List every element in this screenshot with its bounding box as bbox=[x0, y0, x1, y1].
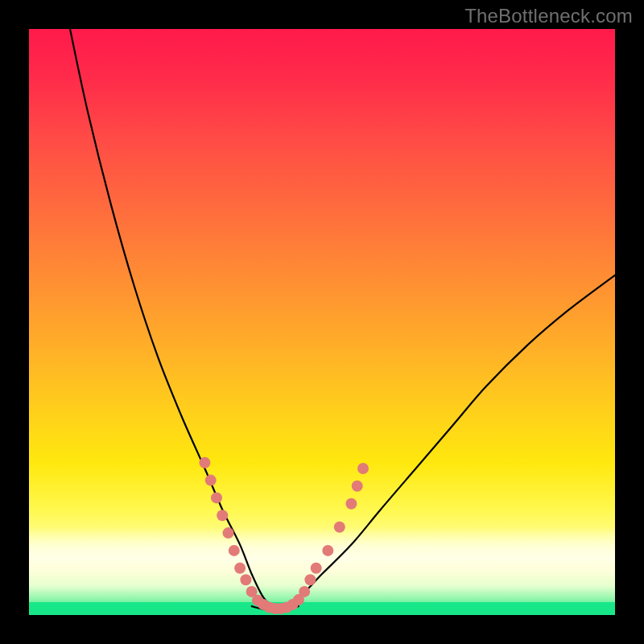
curve-curve-left bbox=[70, 29, 275, 609]
watermark-text: TheBottleneck.com bbox=[464, 5, 633, 27]
sample-dot bbox=[240, 574, 251, 585]
sample-dot bbox=[223, 527, 234, 539]
sample-dot bbox=[205, 475, 217, 486]
sample-dot bbox=[311, 563, 322, 574]
curve-layer bbox=[29, 29, 615, 615]
sample-dot bbox=[229, 545, 240, 556]
sample-dot bbox=[322, 545, 333, 556]
sample-dot bbox=[357, 463, 369, 474]
sample-dot bbox=[299, 586, 310, 597]
sample-dot bbox=[352, 481, 363, 492]
sample-dot bbox=[211, 492, 222, 503]
plot-area bbox=[29, 29, 615, 615]
sample-dot bbox=[304, 574, 316, 585]
sample-dot bbox=[217, 510, 228, 521]
sample-dot bbox=[199, 457, 210, 469]
chart-frame: TheBottleneck.com bbox=[0, 0, 644, 644]
sample-dot bbox=[345, 498, 357, 510]
sample-dot bbox=[234, 563, 246, 574]
sample-dot bbox=[334, 522, 345, 533]
curve-curve-right bbox=[275, 275, 615, 609]
